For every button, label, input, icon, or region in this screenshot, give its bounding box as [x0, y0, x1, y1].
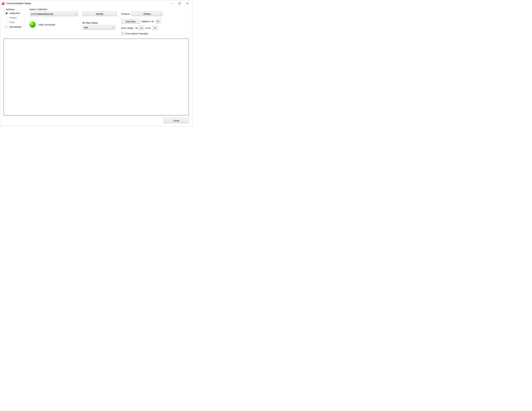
scanbus-address-row: Scan Bus Address: 0x	[121, 19, 163, 24]
usb-status-text: USB Connected	[38, 23, 55, 26]
svg-rect-3	[3, 3, 3, 5]
interface-legend: Interface	[5, 8, 15, 11]
radio-icon	[5, 21, 8, 24]
connection-led-icon	[29, 22, 36, 28]
dialog-footer: Close	[4, 118, 189, 123]
close-button-label: Close	[173, 119, 179, 122]
close-button[interactable]: Close	[164, 118, 189, 123]
interface-option-label: FTDI	[10, 21, 15, 24]
interface-option-ftdi[interactable]: FTDI	[5, 21, 22, 24]
scan-range-from-prefix: 0x	[135, 27, 138, 29]
force-block-label: Force Block Transfers	[126, 32, 148, 35]
radio-icon	[5, 12, 8, 15]
interface-option-label: TIHera	[10, 16, 17, 19]
scan-bus-label: Scan Bus	[125, 20, 135, 23]
usb-device-dropdown[interactable]: D7D7986E09002400	[29, 12, 78, 16]
chevron-down-icon	[112, 27, 114, 28]
interface-option-demomode[interactable]: DemoMode	[5, 26, 22, 28]
interface-option-label: DemoMode	[10, 26, 22, 28]
scan-bus-button[interactable]: Scan Bus	[121, 19, 140, 24]
usb-status-row: USB Connected	[29, 22, 78, 28]
titlebar: Communication Setup	[0, 0, 192, 7]
svg-rect-1	[2, 4, 2, 5]
radio-icon	[5, 17, 8, 19]
svg-rect-2	[2, 3, 3, 5]
interface-option-tihera[interactable]: TIHera	[5, 16, 22, 19]
interface-option-usb2any[interactable]: USB2ANY	[5, 12, 22, 15]
address-label: Address: 0x	[142, 20, 154, 23]
interface-groupbox: Interface USB2ANY TIHera FTDI	[4, 10, 25, 30]
force-block-row[interactable]: Force Block Transfers	[121, 32, 163, 35]
bitrate-value: 400	[84, 26, 88, 29]
usb-select-label: Select USB2ANY	[29, 8, 78, 11]
identify-button-label: Identify	[96, 12, 103, 15]
protocol-scan-column: Protocol SMBus Scan Bus Address: 0x	[121, 11, 163, 35]
maximize-button[interactable]	[176, 1, 183, 6]
bitrate-label: Bit Rate (kbps)	[82, 21, 117, 24]
scan-range-label: Scan range:	[121, 27, 134, 29]
identify-button[interactable]: Identify	[82, 11, 117, 16]
chevron-down-icon	[159, 13, 161, 15]
identify-bitrate-column: Identify Bit Rate (kbps) 400	[82, 8, 117, 30]
protocol-value: SMBus	[143, 12, 151, 15]
scan-range-to-input[interactable]	[152, 26, 158, 30]
scan-range-to-label: to 0x	[146, 27, 151, 29]
scan-range-row: Scan range: 0x to 0x	[121, 26, 163, 30]
protocol-row: Protocol SMBus	[121, 11, 163, 16]
svg-rect-4	[3, 3, 4, 5]
protocol-dropdown[interactable]: SMBus	[131, 11, 163, 16]
close-window-button[interactable]	[183, 1, 191, 6]
usb-select-column: Select USB2ANY D7D7986E09002400 USB Conn…	[29, 8, 78, 28]
app-icon	[1, 2, 5, 5]
svg-rect-7	[179, 3, 180, 4]
interface-options: USB2ANY TIHera FTDI DemoMode	[5, 12, 22, 28]
dialog-content: Interface USB2ANY TIHera FTDI	[0, 7, 192, 126]
top-controls: Interface USB2ANY TIHera FTDI	[4, 8, 189, 35]
bitrate-dropdown[interactable]: 400	[82, 25, 115, 30]
usb-device-selected: D7D7986E09002400	[31, 13, 53, 15]
svg-rect-5	[4, 2, 5, 5]
chevron-down-icon	[75, 13, 77, 15]
dialog-window: Communication Setup Interface	[0, 0, 192, 126]
window-controls	[168, 1, 191, 6]
window-title: Communication Setup	[6, 2, 31, 5]
radio-icon	[5, 26, 8, 28]
protocol-label: Protocol	[121, 12, 130, 15]
log-output-area[interactable]	[4, 39, 189, 115]
minimize-button[interactable]	[168, 1, 176, 6]
interface-option-label: USB2ANY	[10, 12, 20, 15]
scan-range-from-input[interactable]	[139, 26, 144, 30]
address-input[interactable]	[155, 19, 161, 23]
force-block-checkbox[interactable]	[121, 32, 124, 35]
